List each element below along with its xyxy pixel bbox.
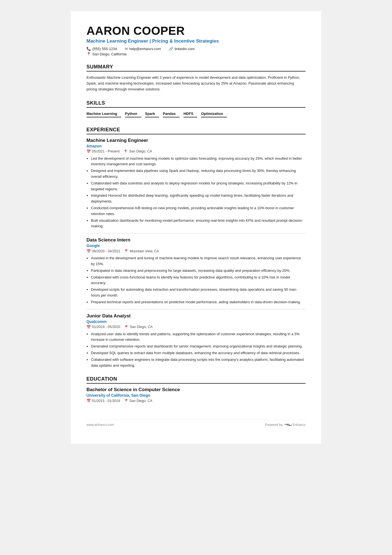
company-name: Amazon — [86, 144, 306, 148]
edu-location: San Diego, CA — [129, 399, 152, 403]
phone-number: (555) 555-1234 — [92, 47, 117, 51]
skill-item: HDFS — [183, 111, 197, 117]
job-date-item: 📅 05/2021 - Present — [86, 149, 120, 154]
location-icon: 📍 — [123, 149, 128, 154]
skills-section: SKILLS Machine LearningPythonSparkPandas… — [86, 100, 306, 119]
skill-item: Spark — [145, 111, 159, 117]
job-title-text: Machine Learning Engineer — [86, 138, 306, 143]
resume-document: AARON COOPER Machine Learning Engineer |… — [71, 11, 321, 444]
education-section: EDUCATION Bachelor of Science in Compute… — [86, 376, 306, 403]
location-row: 📍 San Diego, California — [86, 52, 306, 56]
degree-title: Bachelor of Science in Computer Science — [86, 387, 306, 393]
bullet-item: Developed scripts for automating data ex… — [91, 287, 306, 299]
experience-divider — [86, 309, 306, 309]
linkedin-url: linkedin.com — [175, 47, 195, 51]
candidate-name: AARON COOPER — [86, 24, 306, 37]
company-name: Qualcomm — [86, 319, 306, 324]
bullet-item: Analyzed user data to identify trends an… — [91, 331, 306, 343]
bullet-item: Collaborated with software engineers to … — [91, 357, 306, 369]
experience-section: EXPERIENCE Machine Learning Engineer Ama… — [86, 127, 306, 369]
calendar-icon: 📅 — [86, 149, 91, 154]
bullet-item: Developed SQL queries to extract data fr… — [91, 350, 306, 356]
education-title: EDUCATION — [86, 376, 306, 384]
school-name: University of California, San Diego — [86, 393, 306, 398]
link-icon: 🔗 — [169, 47, 173, 51]
experience-job: Data Science Intern Google 📅 06/2020 - 0… — [86, 237, 306, 305]
job-title-text: Junior Data Analyst — [86, 313, 306, 319]
footer-website: www.enhancv.com — [86, 423, 114, 427]
summary-section: SUMMARY Enthusiastic Machine Learning En… — [86, 64, 306, 92]
job-title-text: Data Science Intern — [86, 237, 306, 243]
job-bullets: Analyzed user data to identify trends an… — [86, 331, 306, 369]
job-date-item: 📅 06/2020 - 04/2021 — [86, 249, 120, 253]
bullet-item: Conducted comprehensive A/B testing on n… — [91, 205, 306, 217]
location-icon: 📍 — [124, 399, 128, 403]
experience-container: Machine Learning Engineer Amazon 📅 05/20… — [86, 138, 306, 369]
powered-by-text: Powered by — [265, 423, 282, 427]
bullet-item: Collaborated with cross-functional teams… — [91, 275, 306, 286]
bullet-item: Generated comprehensive reports and dash… — [91, 344, 306, 349]
summary-title: SUMMARY — [86, 64, 306, 71]
job-date-item: 📅 01/2019 - 05/2020 — [86, 325, 120, 329]
job-location: San Diego, CA — [130, 325, 153, 329]
job-location-item: 📍 Mountain View, CA — [124, 249, 159, 253]
bullet-item: Participated in data cleaning and prepro… — [91, 268, 306, 274]
enhancv-brand-name: Enhancv — [292, 423, 306, 427]
job-date: 06/2020 - 04/2021 — [92, 249, 120, 253]
job-meta: 📅 05/2021 - Present 📍 San Diego, CA — [86, 149, 306, 154]
skills-title: SKILLS — [86, 100, 306, 108]
skill-item: Optimization — [201, 111, 227, 117]
experience-divider — [86, 233, 306, 233]
job-bullets: Assisted in the development and tuning o… — [86, 255, 306, 305]
job-location: Mountain View, CA — [130, 249, 159, 253]
edu-location-item: 📍 San Diego, CA — [124, 399, 152, 403]
job-location-item: 📍 San Diego, CA — [124, 325, 153, 329]
bullet-item: Designed and implemented data pipelines … — [91, 168, 306, 180]
job-title: Machine Learning Engineer | Pricing & In… — [86, 38, 306, 44]
email-icon: ✉ — [125, 47, 128, 51]
skill-item: Python — [125, 111, 141, 117]
experience-job: Machine Learning Engineer Amazon 📅 05/20… — [86, 138, 306, 230]
company-name: Google — [86, 243, 306, 248]
bullet-item: Assisted in the development and tuning o… — [91, 255, 306, 267]
footer-brand: Powered by Enhancv — [265, 423, 306, 427]
job-location-item: 📍 San Diego, CA — [123, 149, 152, 154]
bullet-item: Led the development of machine learning … — [91, 156, 306, 167]
footer: www.enhancv.com Powered by Enhancv — [86, 420, 306, 427]
email-item: ✉ help@enhancv.com — [125, 47, 161, 51]
contact-row: 📞 (555) 555-1234 ✉ help@enhancv.com 🔗 li… — [86, 47, 306, 51]
location-icon: 📍 — [124, 325, 128, 329]
bullet-item: Built visualization dashboards for monit… — [91, 218, 306, 230]
edu-meta: 📅 01/2015 - 01/2019 📍 San Diego, CA — [86, 399, 306, 403]
enhancv-logo-icon — [284, 423, 292, 427]
skill-item: Machine Learning — [86, 111, 121, 117]
summary-text: Enthusiastic Machine Learning Engineer w… — [86, 75, 306, 92]
job-bullets: Led the development of machine learning … — [86, 156, 306, 230]
experience-title: EXPERIENCE — [86, 127, 306, 134]
edu-date: 01/2015 - 01/2019 — [92, 399, 120, 403]
location-pin-icon: 📍 — [86, 52, 91, 56]
bullet-item: Collaborated with data scientists and an… — [91, 181, 306, 192]
phone-icon: 📞 — [86, 47, 91, 51]
enhancv-logo: Enhancv — [284, 423, 306, 427]
edu-date-item: 📅 01/2015 - 01/2019 — [86, 399, 120, 403]
job-meta: 📅 01/2019 - 05/2020 📍 San Diego, CA — [86, 325, 306, 329]
linkedin-item[interactable]: 🔗 linkedin.com — [169, 47, 195, 51]
location-icon: 📍 — [124, 249, 128, 253]
job-location: San Diego, CA — [129, 149, 152, 153]
bullet-item: Prepared technical reports and presentat… — [91, 299, 306, 305]
job-date: 01/2019 - 05/2020 — [92, 325, 120, 329]
job-date: 05/2021 - Present — [92, 149, 120, 153]
skill-item: Pandas — [163, 111, 180, 117]
education-container: Bachelor of Science in Computer Science … — [86, 387, 306, 403]
bullet-item: Integrated Horovod for distributed deep … — [91, 193, 306, 204]
calendar-icon: 📅 — [86, 249, 91, 253]
job-meta: 📅 06/2020 - 04/2021 📍 Mountain View, CA — [86, 249, 306, 253]
experience-job: Junior Data Analyst Qualcomm 📅 01/2019 -… — [86, 313, 306, 369]
skills-row: Machine LearningPythonSparkPandasHDFSOpt… — [86, 111, 306, 119]
phone-item: 📞 (555) 555-1234 — [86, 47, 117, 51]
email-address: help@enhancv.com — [129, 47, 161, 51]
header-section: AARON COOPER Machine Learning Engineer |… — [86, 24, 306, 56]
calendar-icon: 📅 — [86, 325, 91, 329]
location-text: San Diego, California — [92, 52, 126, 56]
